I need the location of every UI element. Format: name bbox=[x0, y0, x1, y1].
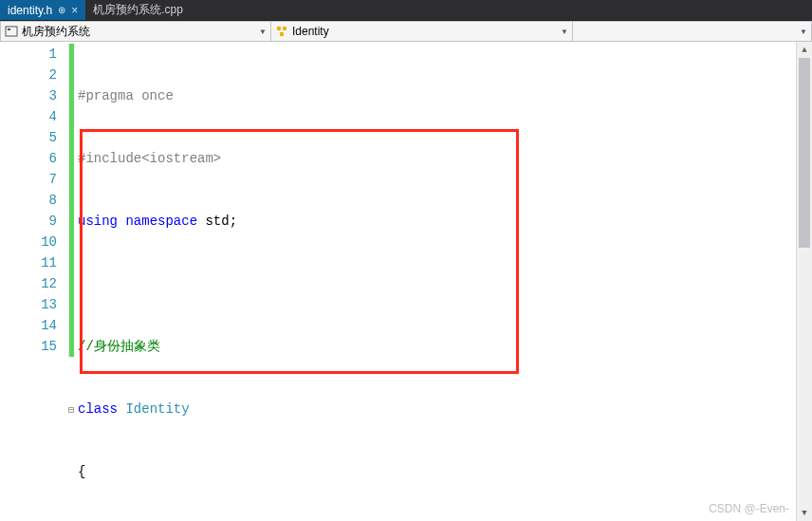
svg-rect-2 bbox=[277, 27, 281, 30]
class-icon bbox=[275, 25, 288, 38]
svg-rect-3 bbox=[283, 27, 286, 30]
chevron-down-icon[interactable]: ▼ bbox=[561, 28, 568, 36]
line-number: 14 bbox=[0, 315, 57, 336]
breadcrumb-file[interactable]: 机房预约系统 ▼ bbox=[1, 22, 271, 41]
svg-rect-1 bbox=[8, 28, 10, 30]
chevron-down-icon[interactable]: ▼ bbox=[800, 28, 807, 36]
line-number: 3 bbox=[0, 85, 57, 106]
code-line: { bbox=[78, 461, 812, 482]
line-number: 6 bbox=[0, 148, 57, 169]
code-editor[interactable]: 1 2 3 4 5 6 7 8 9 10 11 12 13 14 15 #pra… bbox=[0, 42, 812, 521]
tabs-bar: identity.h ⊕ × 机房预约系统.cpp bbox=[0, 0, 812, 21]
breadcrumb-symbol[interactable]: Identity ▼ bbox=[271, 22, 573, 41]
scroll-down-arrow-icon[interactable]: ▼ bbox=[797, 505, 812, 521]
tab-identity-h[interactable]: identity.h ⊕ × bbox=[0, 0, 85, 20]
code-line bbox=[78, 273, 812, 294]
line-number: 5 bbox=[0, 127, 57, 148]
line-number: 1 bbox=[0, 44, 57, 65]
line-number: 2 bbox=[0, 65, 57, 85]
tab-cpp-file[interactable]: 机房预约系统.cpp bbox=[85, 0, 191, 20]
vertical-scrollbar[interactable]: ▲ ▼ bbox=[796, 42, 812, 521]
code-text-area[interactable]: #pragma once #include<iostream> using na… bbox=[74, 42, 812, 521]
scroll-thumb[interactable] bbox=[799, 58, 810, 248]
project-icon bbox=[5, 25, 18, 38]
breadcrumb-file-label: 机房预约系统 bbox=[22, 24, 90, 40]
line-number: 13 bbox=[0, 294, 57, 315]
pin-icon[interactable]: ⊕ bbox=[58, 5, 65, 15]
line-number: 7 bbox=[0, 169, 57, 190]
line-number-gutter: 1 2 3 4 5 6 7 8 9 10 11 12 13 14 15 bbox=[0, 42, 68, 521]
scroll-up-arrow-icon[interactable]: ▲ bbox=[797, 42, 812, 58]
tab-label: identity.h bbox=[8, 4, 52, 17]
breadcrumb-symbol-label: Identity bbox=[292, 25, 329, 38]
code-line: #pragma once bbox=[78, 85, 812, 106]
tab-label: 机房预约系统.cpp bbox=[93, 2, 183, 18]
line-number: 4 bbox=[0, 106, 57, 127]
line-number: 9 bbox=[0, 211, 57, 232]
code-line: ⊟class Identity bbox=[78, 399, 812, 419]
close-icon[interactable]: × bbox=[71, 4, 78, 17]
line-number: 12 bbox=[0, 273, 57, 294]
chevron-down-icon[interactable]: ▼ bbox=[259, 28, 267, 36]
breadcrumb-member[interactable]: ▼ bbox=[573, 22, 811, 41]
line-number: 15 bbox=[0, 336, 57, 357]
svg-rect-4 bbox=[280, 32, 284, 36]
line-number: 11 bbox=[0, 252, 57, 273]
collapse-icon[interactable]: ⊟ bbox=[68, 400, 78, 421]
code-line: //身份抽象类 bbox=[78, 336, 812, 357]
line-number: 10 bbox=[0, 232, 57, 252]
line-number: 8 bbox=[0, 190, 57, 211]
code-line: using namespace std; bbox=[78, 211, 812, 232]
breadcrumb-bar: 机房预约系统 ▼ Identity ▼ ▼ bbox=[0, 21, 812, 42]
code-line: #include<iostream> bbox=[78, 148, 812, 169]
svg-rect-0 bbox=[6, 27, 17, 36]
